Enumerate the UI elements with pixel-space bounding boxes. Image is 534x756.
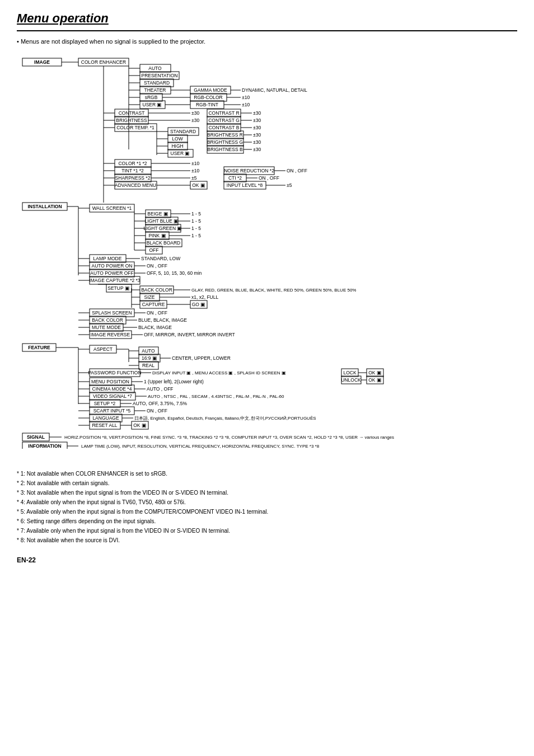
svg-text:CTI  *2: CTI *2 [228,175,242,181]
footnotes-section: * 1: Not available when COLOR ENHANCER i… [17,469,517,545]
svg-text:ON , OFF: ON , OFF [287,168,307,173]
svg-text:VIDEO SIGNAL  *7: VIDEO SIGNAL *7 [93,393,132,399]
svg-text:LAMP MODE: LAMP MODE [93,256,122,261]
svg-text:1 - 5: 1 - 5 [191,218,201,224]
page-title: Menu operation [17,11,517,26]
svg-text:HIGH: HIGH [171,143,183,149]
svg-text:LANGUAGE: LANGUAGE [92,415,119,421]
footnote-6: * 6: Setting range differs depending on … [17,516,517,526]
svg-text:PINK ▣: PINK ▣ [148,233,166,238]
svg-text:±30: ±30 [253,147,261,152]
svg-text:1 - 5: 1 - 5 [191,211,201,217]
svg-text:CAPTURE: CAPTURE [142,302,165,307]
svg-text:AUTO: AUTO [148,65,162,71]
svg-text:INPUT LEVEL  *8: INPUT LEVEL *8 [227,182,263,188]
svg-text:AUTO: AUTO [142,348,155,354]
svg-text:COLOR TEMP. *1: COLOR TEMP. *1 [116,125,154,130]
menu-diagram: IMAGE COLOR ENHANCER AUTO PRESENTATION S… [17,51,517,449]
svg-text:±5: ±5 [191,175,197,181]
svg-text:LOCK: LOCK [343,370,356,375]
svg-text:1 (Upper left), 2(Lower right): 1 (Upper left), 2(Lower right) [144,379,204,384]
svg-text:STANDARD: STANDARD [144,80,170,86]
svg-text:OFF: OFF [149,247,159,253]
svg-text:BACK COLOR: BACK COLOR [92,317,123,323]
svg-text:STANDARD: STANDARD [170,129,196,134]
svg-text:WALL SCREEN *1: WALL SCREEN *1 [92,205,132,211]
svg-text:±30: ±30 [253,139,261,145]
svg-text:LAMP TIME (LOW), INPUT, RESOLU: LAMP TIME (LOW), INPUT, RESOLUTION, VERT… [81,444,320,449]
svg-text:COLOR  *1 *2: COLOR *1 *2 [118,161,147,166]
svg-text:SIZE: SIZE [144,294,155,300]
svg-text:BRIGHTNESS R: BRIGHTNESS R [207,132,243,138]
svg-text:RESET ALL: RESET ALL [92,422,117,428]
svg-text:±30: ±30 [253,110,261,116]
svg-text:±30: ±30 [191,118,199,123]
svg-text:OK ▣: OK ▣ [192,182,205,188]
svg-text:x1, x2, FULL: x1, x2, FULL [191,294,218,300]
svg-text:SPLASH SCREEN: SPLASH SCREEN [92,310,132,316]
svg-text:FEATURE: FEATURE [28,345,50,350]
svg-text:AUTO POWER ON: AUTO POWER ON [91,263,132,269]
svg-text:AUTO , OFF: AUTO , OFF [147,386,174,392]
footnote-7: * 7: Available only when the input signa… [17,526,517,536]
svg-text:BRIGHTNESS: BRIGHTNESS [116,118,147,123]
svg-text:BRIGHTNESS G: BRIGHTNESS G [207,139,243,145]
footnote-1: * 1: Not available when COLOR ENHANCER i… [17,469,517,478]
svg-text:CONTRAST R: CONTRAST R [208,110,239,116]
svg-text:ON , OFF: ON , OFF [147,310,167,316]
svg-text:±10: ±10 [191,168,199,173]
svg-text:CONTRAST: CONTRAST [119,110,145,116]
svg-text:±10: ±10 [191,161,199,166]
footnote-2: * 2: Not available with certain signals. [17,478,517,488]
footnote-4: * 4: Available only when the input signa… [17,497,517,507]
svg-text:NOISE REDUCTION *2: NOISE REDUCTION *2 [224,168,274,173]
svg-text:OK ▣: OK ▣ [133,422,147,428]
svg-text:BACK COLOR: BACK COLOR [141,287,172,293]
svg-text:ON , OFF: ON , OFF [259,175,279,181]
svg-text:DISPLAY INPUT ▣ , MENU ACCESS : DISPLAY INPUT ▣ , MENU ACCESS ▣ , SPLASH… [152,370,286,375]
svg-text:RGB-TINT: RGB-TINT [196,102,218,107]
svg-text:GAMMA MODE: GAMMA MODE [194,87,227,93]
svg-text:THEATER: THEATER [144,87,166,93]
svg-text:OFF, MIRROR, INVERT, MIRROR IN: OFF, MIRROR, INVERT, MIRROR INVERT [144,332,235,337]
svg-text:16:9 ▣: 16:9 ▣ [142,355,157,361]
svg-text:BLUE, BLACK, IMAGE: BLUE, BLACK, IMAGE [138,317,187,323]
svg-text:1 - 5: 1 - 5 [191,226,201,231]
svg-text:SETUP ▣: SETUP ▣ [107,285,130,291]
svg-text:BEIGE ▣: BEIGE ▣ [147,211,168,217]
svg-text:DYNAMIC, NATURAL, DETAIL: DYNAMIC, NATURAL, DETAIL [242,87,307,93]
svg-text:UNLOCK: UNLOCK [341,377,361,383]
svg-text:±10: ±10 [242,95,250,100]
svg-text:STANDARD, LOW: STANDARD, LOW [141,256,180,261]
svg-text:±30: ±30 [253,125,261,130]
svg-text:SCART INPUT  *5: SCART INPUT *5 [93,408,131,414]
svg-text:ADVANCED MENU: ADVANCED MENU [115,182,156,188]
svg-text:±5: ±5 [287,182,292,188]
svg-text:OFF, 5, 10, 15, 30, 60 min: OFF, 5, 10, 15, 30, 60 min [147,270,202,276]
svg-text:1 - 5: 1 - 5 [191,233,201,238]
footnote-8: * 8: Not available when the source is DV… [17,536,517,545]
footnote-3: * 3: Not available when the input signal… [17,488,517,497]
svg-text:BLACK, IMAGE: BLACK, IMAGE [138,325,172,330]
svg-text:±30: ±30 [191,110,199,116]
svg-text:PRESENTATION: PRESENTATION [142,73,178,78]
svg-text:SHARPNESS  *2: SHARPNESS *2 [115,175,151,181]
svg-text:COLOR ENHANCER: COLOR ENHANCER [81,59,126,65]
svg-text:CONTRAST G: CONTRAST G [208,118,240,123]
svg-text:sRGB: sRGB [145,95,158,100]
svg-text:INFORMATION: INFORMATION [28,443,61,449]
svg-text:CENTER, UPPER, LOWER: CENTER, UPPER, LOWER [172,355,231,361]
svg-text:CINEMA MODE *4: CINEMA MODE *4 [92,386,132,392]
svg-text:OK ▣: OK ▣ [368,377,382,383]
svg-text:AUTO, OFF, 3.75%, 7.5%: AUTO, OFF, 3.75%, 7.5% [133,401,188,406]
svg-text:INSTALLATION: INSTALLATION [27,204,62,209]
svg-text:HORIZ.POSITION *8, VERT.POSITI: HORIZ.POSITION *8, VERT.POSITION *8, FIN… [64,435,394,440]
svg-text:GO ▣: GO ▣ [192,302,206,307]
svg-text:ASPECT: ASPECT [93,346,113,352]
svg-text:LIGHT GREEN ▣: LIGHT GREEN ▣ [144,226,182,231]
svg-text:GLAY, RED, GREEN, BLUE, BLACK,: GLAY, RED, GREEN, BLUE, BLACK, WHITE, RE… [191,288,356,293]
svg-text:±30: ±30 [253,132,261,138]
svg-text:ON , OFF: ON , OFF [147,408,167,414]
svg-text:MUTE MODE: MUTE MODE [92,325,121,330]
svg-text:BLACK BOARD: BLACK BOARD [147,240,180,246]
